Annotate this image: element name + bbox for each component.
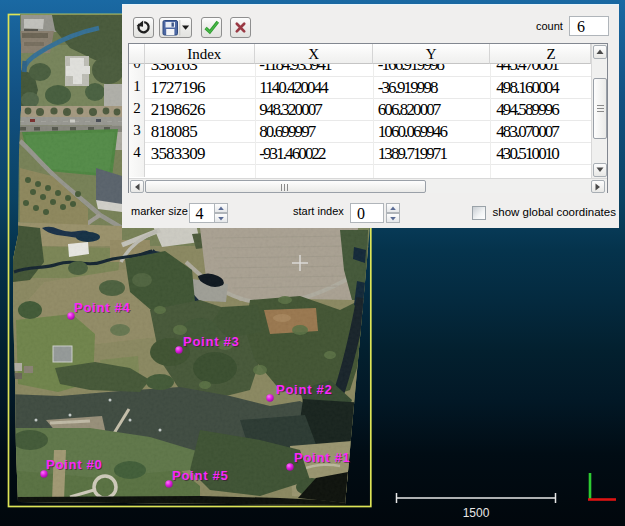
svg-text:1500: 1500 <box>463 506 490 520</box>
